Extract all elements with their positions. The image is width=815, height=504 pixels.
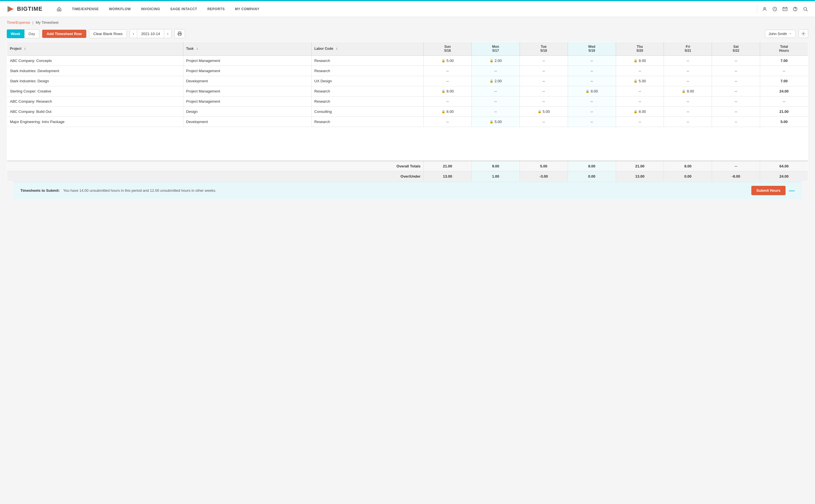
col-header-total: TotalHours (760, 42, 808, 56)
row-sat[interactable]: -- (712, 117, 760, 127)
row-sat[interactable]: -- (712, 86, 760, 96)
row-sun[interactable]: 🔒8.00 (424, 107, 472, 117)
row-wed[interactable]: -- (568, 76, 616, 86)
top-nav: BIGTIME TIME/EXPENSE WORKFLOW INVOICING … (0, 1, 815, 17)
nav-item-invoicing[interactable]: INVOICING (136, 1, 165, 17)
total-wed: 8.00 (568, 161, 616, 171)
row-fri[interactable]: -- (664, 76, 712, 86)
row-mon[interactable]: 🔒2.00 (472, 76, 520, 86)
row-sat[interactable]: -- (712, 107, 760, 117)
sort-icon-project[interactable]: ↕ (24, 47, 26, 51)
row-tue[interactable]: -- (520, 96, 568, 107)
nav-item-my-company[interactable]: MY COMPANY (230, 1, 264, 17)
nav-item-reports[interactable]: REPORTS (202, 1, 230, 17)
row-labor-code: Research (311, 117, 424, 127)
total-tue: 5.00 (520, 161, 568, 171)
row-sun[interactable]: 🔒5.00 (424, 56, 472, 66)
row-fri[interactable]: -- (664, 96, 712, 107)
row-task: Project Management (183, 96, 311, 107)
row-thu[interactable]: -- (616, 86, 664, 96)
nav-item-home[interactable] (51, 1, 67, 17)
row-mon[interactable]: -- (472, 86, 520, 96)
row-thu[interactable]: -- (616, 117, 664, 127)
chevron-down-icon (789, 32, 792, 35)
breadcrumb: Time/Expense | My Timesheet (0, 17, 815, 27)
sort-icon-labor[interactable]: ↕ (336, 47, 337, 51)
breadcrumb-link[interactable]: Time/Expense (7, 20, 30, 25)
row-thu[interactable]: 🔒5.00 (616, 76, 664, 86)
gear-icon (801, 31, 806, 36)
add-timesheet-row-button[interactable]: Add Timesheet Row (42, 30, 86, 38)
row-mon[interactable]: 🔒5.00 (472, 117, 520, 127)
nav-item-sage-intacct[interactable]: SAGE INTACCT (165, 1, 202, 17)
row-thu[interactable]: -- (616, 96, 664, 107)
row-sat[interactable]: -- (712, 96, 760, 107)
row-mon[interactable]: -- (472, 66, 520, 76)
nav-links: TIME/EXPENSE WORKFLOW INVOICING SAGE INT… (51, 1, 755, 17)
ou-fri: 0.00 (664, 171, 712, 181)
search-icon[interactable] (803, 6, 808, 12)
row-sun[interactable]: -- (424, 66, 472, 76)
row-mon[interactable]: 🔒2.00 (472, 56, 520, 66)
row-task: Project Management (183, 56, 311, 66)
row-tue[interactable]: -- (520, 56, 568, 66)
clear-blank-rows-button[interactable]: Clear Blank Rows (89, 29, 127, 38)
row-tue[interactable]: -- (520, 76, 568, 86)
toolbar: Week Day Add Timesheet Row Clear Blank R… (0, 27, 815, 42)
row-tue[interactable]: -- (520, 66, 568, 76)
row-mon[interactable]: -- (472, 107, 520, 117)
row-fri[interactable]: -- (664, 107, 712, 117)
user-dropdown[interactable]: John Smith (765, 30, 796, 38)
row-wed[interactable]: -- (568, 107, 616, 117)
row-sun[interactable]: -- (424, 117, 472, 127)
row-wed[interactable]: -- (568, 96, 616, 107)
person-icon[interactable] (762, 6, 767, 12)
logo[interactable]: BIGTIME (7, 5, 42, 13)
date-prev-button[interactable]: ‹ (130, 29, 137, 38)
row-fri[interactable]: 🔒8.00 (664, 86, 712, 96)
nav-divider (757, 5, 757, 13)
table-row: Sterling Cooper: CreativeProject Managem… (7, 86, 808, 96)
ou-total: 24.00 (760, 171, 808, 181)
sort-icon-task[interactable]: ↕ (196, 47, 198, 51)
row-sun[interactable]: 🔒8.00 (424, 86, 472, 96)
question-icon[interactable] (792, 6, 798, 12)
row-sun[interactable]: -- (424, 76, 472, 86)
row-fri[interactable]: -- (664, 66, 712, 76)
row-wed[interactable]: -- (568, 66, 616, 76)
row-thu[interactable]: 🔒8.00 (616, 107, 664, 117)
submit-hours-button[interactable]: Submit Hours (751, 186, 786, 195)
row-sat[interactable]: -- (712, 66, 760, 76)
nav-item-time-expense[interactable]: TIME/EXPENSE (67, 1, 104, 17)
submit-text: You have 14.00 unsubmitted hours in this… (63, 188, 748, 193)
row-sat[interactable]: -- (712, 56, 760, 66)
row-labor-code: Research (311, 66, 424, 76)
row-thu[interactable]: 🔒8.00 (616, 56, 664, 66)
row-wed[interactable]: -- (568, 56, 616, 66)
svg-point-7 (804, 7, 807, 10)
user-selector: John Smith (765, 29, 808, 38)
col-header-sat: Sat5/22 (712, 42, 760, 56)
row-sun[interactable]: -- (424, 96, 472, 107)
row-tue[interactable]: -- (520, 86, 568, 96)
row-fri[interactable]: -- (664, 56, 712, 66)
nav-item-workflow[interactable]: WORKFLOW (104, 1, 136, 17)
row-wed[interactable]: 🔒8.00 (568, 86, 616, 96)
row-tue[interactable]: -- (520, 117, 568, 127)
row-thu[interactable]: -- (616, 66, 664, 76)
row-sat[interactable]: -- (712, 76, 760, 86)
date-next-button[interactable]: › (164, 29, 171, 38)
week-button[interactable]: Week (7, 29, 24, 38)
print-button[interactable] (174, 29, 185, 38)
settings-gear-button[interactable] (799, 29, 808, 38)
row-wed[interactable]: -- (568, 117, 616, 127)
row-mon[interactable]: -- (472, 96, 520, 107)
clock-icon[interactable] (772, 6, 778, 12)
day-button[interactable]: Day (24, 29, 39, 38)
row-tue[interactable]: 🔒5.00 (520, 107, 568, 117)
mail-icon[interactable] (782, 6, 788, 12)
over-under-row: Over/Under 13.00 1.00 -3.00 0.00 13.00 0… (7, 171, 808, 181)
close-submit-bar-icon[interactable]: — (789, 187, 795, 194)
row-fri[interactable]: -- (664, 117, 712, 127)
totals-label: Overall Totals (7, 161, 424, 171)
